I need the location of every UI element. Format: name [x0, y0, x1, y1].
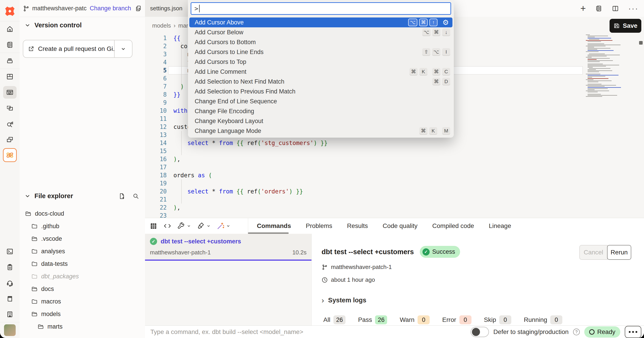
- tab-commands[interactable]: Commands: [257, 222, 291, 230]
- file-tree-item-analyses[interactable]: analyses: [20, 245, 145, 258]
- palette-item[interactable]: Change End of Line Sequence: [189, 96, 452, 106]
- file-tree-label: data-tests: [41, 260, 68, 267]
- palette-item[interactable]: Add Cursor Above⌥⌘↑⚙: [189, 18, 452, 27]
- folder-icon: [31, 248, 38, 254]
- dbt-assist-icon[interactable]: [0, 147, 20, 163]
- file-tree-item-docs[interactable]: docs: [20, 283, 145, 295]
- search-icon[interactable]: [132, 193, 139, 200]
- file-tree-item-data-tests[interactable]: data-tests: [20, 258, 145, 270]
- save-button[interactable]: Save: [610, 19, 641, 33]
- chevron-down-icon[interactable]: [24, 23, 30, 28]
- line-number: 7: [145, 82, 167, 91]
- file-tree-item-docs-cloud[interactable]: docs-cloud: [20, 207, 145, 220]
- rerun-button[interactable]: Rerun: [607, 245, 631, 260]
- tab-compiled-code[interactable]: Compiled code: [432, 222, 474, 230]
- dashboard-icon[interactable]: [0, 69, 20, 85]
- clipboard-icon[interactable]: [0, 259, 20, 275]
- run-detail-title: dbt test --select +customers: [322, 248, 414, 256]
- chevron-down-icon[interactable]: [24, 193, 30, 199]
- file-tree-item--vscode[interactable]: .vscode: [20, 232, 145, 245]
- command-run-item[interactable]: ✓ dbt test --select +customers matthewsh…: [145, 234, 312, 260]
- defer-toggle[interactable]: [470, 327, 489, 337]
- table-view-icon[interactable]: [150, 222, 158, 230]
- search-audit-icon[interactable]: [0, 116, 20, 131]
- clock-icon: [322, 277, 328, 283]
- palette-item[interactable]: Add Cursors to Top: [189, 57, 452, 67]
- palette-item[interactable]: Add Cursor Below⌥⌘↓: [189, 27, 452, 37]
- tab-results[interactable]: Results: [347, 222, 368, 230]
- line-number: 15: [145, 147, 167, 155]
- status-count-all[interactable]: All26: [323, 315, 346, 324]
- folder-open-icon: [31, 236, 38, 242]
- minimap[interactable]: [584, 34, 624, 99]
- palette-item-label: Add Selection to Previous Find Match: [195, 88, 450, 95]
- tab-lineage[interactable]: Lineage: [489, 222, 511, 230]
- new-tab-icon[interactable]: +: [580, 4, 586, 13]
- gear-icon[interactable]: ⚙: [442, 18, 449, 27]
- home-icon[interactable]: [0, 21, 20, 37]
- magic-wand-icon[interactable]: [216, 222, 230, 230]
- palette-item[interactable]: Add Selection to Previous Find Match: [189, 87, 452, 96]
- terminal-icon[interactable]: [0, 244, 20, 259]
- palette-item[interactable]: Add Cursors to Bottom: [189, 37, 452, 47]
- line-number: 13: [145, 131, 167, 139]
- palette-item[interactable]: Change Language Mode⌘KM: [189, 126, 452, 136]
- count-badge: 0: [499, 315, 511, 324]
- palette-input[interactable]: >: [191, 2, 451, 15]
- tab-code-quality[interactable]: Code quality: [383, 222, 418, 230]
- help-icon[interactable]: ?: [573, 328, 580, 335]
- tab-settings-json[interactable]: settings.json: [145, 0, 188, 17]
- status-count-skip[interactable]: Skip0: [484, 315, 511, 324]
- system-logs-toggle[interactable]: › System logs: [322, 296, 644, 304]
- drawer-icon[interactable]: [0, 53, 20, 69]
- code-view-icon[interactable]: [163, 222, 172, 230]
- file-tree-item-macros[interactable]: macros: [20, 295, 145, 308]
- split-view-icon[interactable]: [612, 5, 619, 12]
- palette-item[interactable]: Add Selection to Next Find Match⌘D: [189, 77, 452, 87]
- palette-item[interactable]: Add Line Comment⌘K⌘C: [189, 67, 452, 77]
- more-options-icon[interactable]: ···: [628, 4, 639, 13]
- file-tree-label: analyses: [41, 248, 65, 255]
- docs-book-icon[interactable]: [0, 291, 20, 306]
- scrollbar-thumb[interactable]: [639, 41, 643, 45]
- new-file-icon[interactable]: [118, 193, 125, 200]
- status-counts: All26Pass26Warn0Error0Skip0Running0: [323, 315, 562, 324]
- file-tree-item-marts[interactable]: marts: [20, 320, 145, 333]
- headset-support-icon[interactable]: [0, 275, 20, 291]
- format-icon[interactable]: [197, 222, 211, 230]
- palette-item[interactable]: Add Cursors to Line Ends⇧⌥I: [189, 47, 452, 57]
- organization-icon[interactable]: [0, 306, 20, 322]
- palette-item-label: Add Cursors to Bottom: [195, 39, 450, 46]
- file-tree-item-models[interactable]: models: [20, 308, 145, 320]
- status-count-error[interactable]: Error0: [442, 315, 471, 324]
- change-branch-link[interactable]: Change branch: [90, 5, 131, 12]
- dbt-logo-icon[interactable]: [4, 5, 16, 17]
- command-input[interactable]: Type a command, ex. dbt build --select <…: [150, 328, 470, 335]
- frame-select-icon[interactable]: [0, 100, 20, 116]
- cancel-button[interactable]: Cancel: [579, 245, 608, 260]
- file-tree-item--github[interactable]: .github: [20, 220, 145, 232]
- palette-item[interactable]: Change File Encoding: [189, 106, 452, 116]
- palette-item[interactable]: Change Keyboard Layout: [189, 116, 452, 126]
- count-badge: 0: [418, 315, 430, 324]
- windows-icon[interactable]: [0, 131, 20, 147]
- pr-dropdown-caret[interactable]: [114, 46, 132, 52]
- more-actions-button[interactable]: [625, 326, 641, 338]
- status-count-running[interactable]: Running0: [524, 315, 562, 324]
- git-branch-widget: matthewshaver-patc Change branch: [20, 0, 145, 17]
- copy-icon[interactable]: [135, 5, 142, 12]
- status-count-pass[interactable]: Pass26: [358, 315, 387, 324]
- code-editor-icon[interactable]: [0, 85, 20, 100]
- left-icon-rail: [0, 0, 20, 338]
- line-number: 2: [145, 42, 167, 50]
- tab-problems[interactable]: Problems: [306, 222, 332, 230]
- code-line: 23: [145, 212, 644, 218]
- user-avatar[interactable]: [0, 322, 20, 338]
- notebook-icon[interactable]: [0, 37, 20, 53]
- notebook-panel-icon[interactable]: [595, 5, 602, 12]
- status-count-warn[interactable]: Warn0: [400, 315, 430, 324]
- file-tree-item-dbt-packages[interactable]: dbt_packages: [20, 270, 145, 283]
- line-number: 10: [145, 107, 167, 115]
- build-wrench-icon[interactable]: [177, 222, 191, 230]
- create-pr-button[interactable]: Create a pull request on Gi...: [23, 40, 132, 58]
